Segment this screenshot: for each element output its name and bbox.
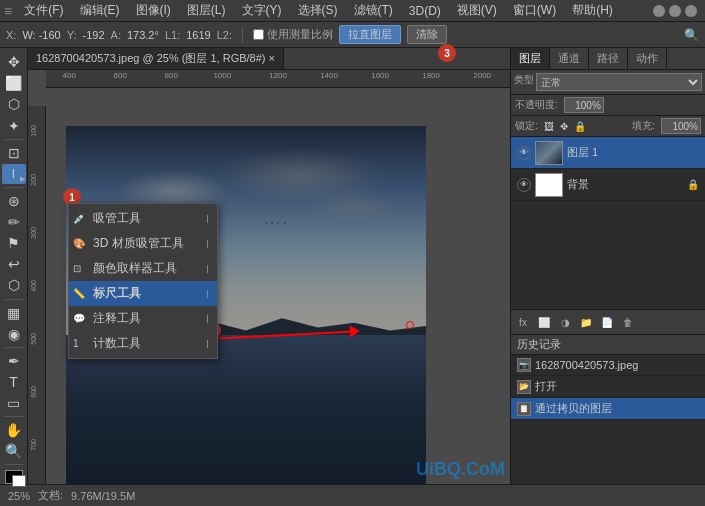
menu-item-edit[interactable]: 编辑(E) bbox=[72, 0, 128, 21]
tab-channels[interactable]: 通道 bbox=[550, 48, 589, 69]
menu-item-file[interactable]: 文件(F) bbox=[16, 0, 71, 21]
move-tool[interactable]: ✥ bbox=[2, 52, 26, 72]
menu-item-filter[interactable]: 滤镜(T) bbox=[346, 0, 401, 21]
opacity-label: 不透明度: bbox=[515, 98, 558, 112]
menu-item-select[interactable]: 选择(S) bbox=[290, 0, 346, 21]
menu-item-text[interactable]: 文字(Y) bbox=[234, 0, 290, 21]
menu-item-3d[interactable]: 3D(D) bbox=[401, 2, 449, 20]
tab-layers[interactable]: 图层 bbox=[511, 48, 550, 69]
maximize-button[interactable] bbox=[669, 5, 681, 17]
use-scale-input[interactable] bbox=[253, 29, 264, 40]
minimize-button[interactable] bbox=[653, 5, 665, 17]
ctx-item-color-sampler[interactable]: ⊡ 颜色取样器工具 I bbox=[69, 256, 217, 281]
ruler-left: 100 200 300 400 500 600 700 bbox=[28, 106, 46, 484]
use-scale-label: 使用测量比例 bbox=[267, 27, 333, 42]
lf-group-btn[interactable]: 📁 bbox=[577, 313, 595, 331]
right-tabs: 图层 通道 路径 动作 bbox=[511, 48, 705, 70]
status-bar: 25% 文档: 9.76M/19.5M bbox=[0, 484, 705, 506]
ctx-item-note[interactable]: 💬 注释工具 I bbox=[69, 306, 217, 331]
doc-size-label: 文档: bbox=[38, 488, 63, 503]
context-menu: 💉 吸管工具 I 🎨 3D 材质吸管工具 I ⊡ 颜色取样器工具 I 📏 标尺工… bbox=[68, 203, 218, 359]
lf-delete-btn[interactable]: 🗑 bbox=[619, 313, 637, 331]
history-brush-tool[interactable]: ↩ bbox=[2, 254, 26, 274]
fg-color[interactable] bbox=[5, 470, 23, 484]
menu-item-help[interactable]: 帮助(H) bbox=[564, 0, 621, 21]
zoom-tool[interactable]: 🔍 bbox=[2, 441, 26, 461]
y-label: Y: bbox=[67, 29, 77, 41]
menu-item-image[interactable]: 图像(I) bbox=[128, 0, 179, 21]
lock-position-btn[interactable]: ✥ bbox=[560, 121, 568, 132]
layer-eye-1[interactable]: 👁 bbox=[517, 146, 531, 160]
opacity-input[interactable] bbox=[564, 97, 604, 113]
lf-adjustment-btn[interactable]: ◑ bbox=[556, 313, 574, 331]
eyedropper-icon: 💉 bbox=[73, 213, 85, 224]
brush-tool[interactable]: ✏ bbox=[2, 212, 26, 232]
note-icon: 💬 bbox=[73, 313, 85, 324]
l1-value: 1619 bbox=[186, 29, 210, 41]
clone-tool[interactable]: ⚑ bbox=[2, 233, 26, 253]
x-value: W: -160 bbox=[22, 29, 60, 41]
select-tool[interactable]: ⬜ bbox=[2, 73, 26, 93]
main-layout: ✥ ⬜ ⬡ ✦ ⊡ I ▶ ⊛ ✏ ⚑ ↩ ⬡ ▦ ◉ ✒ T ▭ ✋ 🔍 bbox=[0, 48, 705, 484]
ctx-item-eyedropper[interactable]: 💉 吸管工具 I bbox=[69, 206, 217, 231]
search-icon[interactable]: 🔍 bbox=[684, 28, 699, 42]
ctx-item-ruler[interactable]: 📏 标尺工具 I bbox=[69, 281, 217, 306]
history-item-file[interactable]: 📷 1628700420573.jpeg bbox=[511, 355, 705, 376]
lasso-tool[interactable]: ⬡ bbox=[2, 94, 26, 114]
menu-bar: ≡ 文件(F) 编辑(E) 图像(I) 图层(L) 文字(Y) 选择(S) 滤镜… bbox=[0, 0, 705, 22]
layer-type-select[interactable]: 正常 bbox=[536, 73, 702, 91]
hand-tool[interactable]: ✋ bbox=[2, 420, 26, 440]
layer-name-bg: 背景 bbox=[567, 177, 683, 192]
fill-label: 填充: bbox=[632, 119, 655, 133]
a-value: 173.2° bbox=[127, 29, 159, 41]
dodge-tool[interactable]: ◉ bbox=[2, 324, 26, 344]
layer-name-1: 图层 1 bbox=[567, 145, 699, 160]
lock-image-btn[interactable]: 🖼 bbox=[544, 121, 554, 132]
straighten-button[interactable]: 拉直图层 bbox=[339, 25, 401, 44]
app-icon: ≡ bbox=[4, 3, 12, 19]
lf-fx-btn[interactable]: fx bbox=[514, 313, 532, 331]
image-birds: ˅ ˅ ˅ ˅ bbox=[264, 221, 287, 230]
tab-actions[interactable]: 动作 bbox=[628, 48, 667, 69]
eraser-tool[interactable]: ⬡ bbox=[2, 275, 26, 295]
ctx-item-3d-material[interactable]: 🎨 3D 材质吸管工具 I bbox=[69, 231, 217, 256]
fill-input[interactable] bbox=[661, 118, 701, 134]
history-file-icon: 📷 bbox=[517, 358, 531, 372]
type-tool[interactable]: T bbox=[2, 372, 26, 392]
spot-heal-tool[interactable]: ⊛ bbox=[2, 191, 26, 211]
ctx-item-count[interactable]: 1 计数工具 I bbox=[69, 331, 217, 356]
history-item-copy[interactable]: 📋 通过拷贝的图层 bbox=[511, 398, 705, 420]
layer-thumb-bg bbox=[535, 173, 563, 197]
layer-lock-icon: 🔒 bbox=[687, 179, 699, 190]
tab-paths[interactable]: 路径 bbox=[589, 48, 628, 69]
eyedropper-tool[interactable]: I ▶ bbox=[2, 164, 26, 184]
lf-new-btn[interactable]: 📄 bbox=[598, 313, 616, 331]
menu-item-layer[interactable]: 图层(L) bbox=[179, 0, 234, 21]
lock-all-btn[interactable]: 🔒 bbox=[574, 121, 586, 132]
color-sampler-icon: ⊡ bbox=[73, 263, 81, 274]
history-item-open[interactable]: 📂 打开 bbox=[511, 376, 705, 398]
history-file-label: 1628700420573.jpeg bbox=[535, 359, 638, 371]
layer-item-1[interactable]: 👁 图层 1 bbox=[511, 137, 705, 169]
history-panel: 历史记录 📷 1628700420573.jpeg 📂 打开 📋 通过拷贝的图层 bbox=[511, 334, 705, 484]
gradient-tool[interactable]: ▦ bbox=[2, 302, 26, 322]
menu-item-view[interactable]: 视图(V) bbox=[449, 0, 505, 21]
layer-eye-bg[interactable]: 👁 bbox=[517, 178, 531, 192]
history-open-label: 打开 bbox=[535, 379, 557, 394]
use-scale-checkbox[interactable]: 使用测量比例 bbox=[253, 27, 333, 42]
menu-item-window[interactable]: 窗口(W) bbox=[505, 0, 564, 21]
zoom-level: 25% bbox=[8, 490, 30, 502]
tool-separator-6 bbox=[4, 464, 24, 465]
y-value: -192 bbox=[83, 29, 105, 41]
layer-item-bg[interactable]: 👁 背景 🔒 bbox=[511, 169, 705, 201]
crop-tool[interactable]: ⊡ bbox=[2, 143, 26, 163]
shape-tool[interactable]: ▭ bbox=[2, 393, 26, 413]
close-button[interactable] bbox=[685, 5, 697, 17]
clear-button[interactable]: 清除 bbox=[407, 25, 447, 44]
magic-wand-tool[interactable]: ✦ bbox=[2, 116, 26, 136]
layers-footer: fx ⬜ ◑ 📁 📄 🗑 bbox=[511, 309, 705, 334]
document-tab[interactable]: 1628700420573.jpeg @ 25% (图层 1, RGB/8#) … bbox=[28, 48, 284, 69]
lf-mask-btn[interactable]: ⬜ bbox=[535, 313, 553, 331]
pen-tool[interactable]: ✒ bbox=[2, 351, 26, 371]
tool-separator-5 bbox=[4, 416, 24, 417]
